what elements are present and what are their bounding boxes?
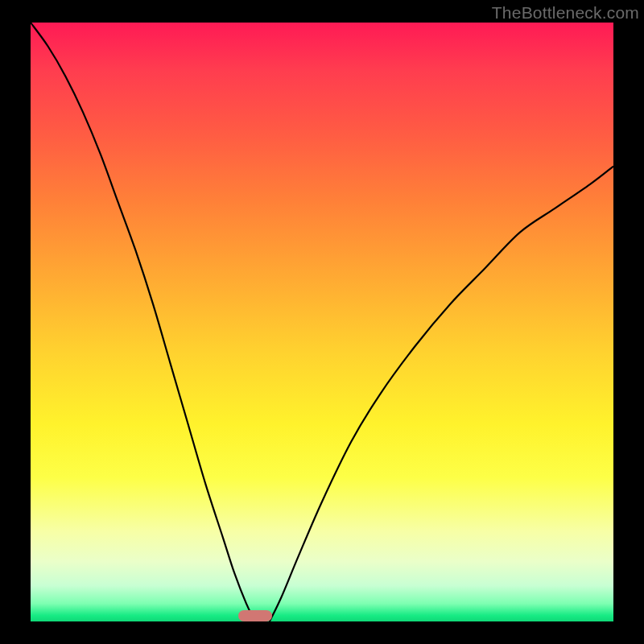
chart-frame: TheBottleneck.com: [0, 0, 644, 644]
left-branch-curve: [31, 23, 255, 621]
plot-area: [31, 23, 613, 621]
watermark-text: TheBottleneck.com: [492, 3, 639, 23]
minimum-marker: [238, 610, 272, 621]
curve-layer: [31, 23, 613, 621]
right-branch-curve: [270, 167, 613, 621]
